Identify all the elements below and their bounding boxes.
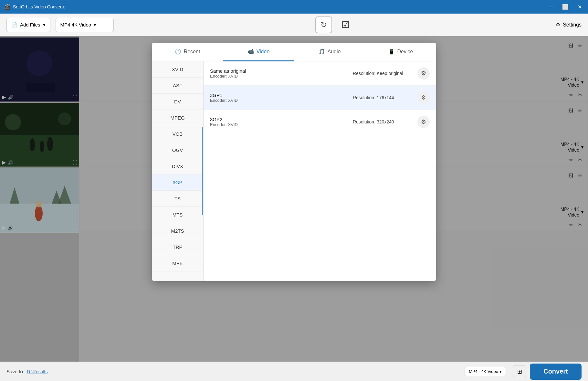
format-item-asf[interactable]: ASF: [152, 78, 203, 94]
bottom-bar: Save to D:\Results MP4 - 4K Video ▾ ⊞ Co…: [0, 362, 588, 381]
add-files-button[interactable]: 📄 Add Files ▾: [6, 18, 50, 32]
format-selector[interactable]: MP4 4K Video ▾: [56, 18, 114, 32]
video-icon: 📹: [247, 48, 254, 55]
title-bar-controls: ─ ⬜ ✕: [547, 2, 584, 11]
maximize-button[interactable]: ⬜: [561, 2, 570, 11]
modal-body: XVID ASF DV MPEG VOB OGV DIVX 3GP TS MTS…: [152, 61, 436, 281]
format-item-xvid[interactable]: XVID: [152, 61, 203, 78]
refresh-icon: ↻: [320, 20, 327, 29]
save-path[interactable]: D:\Results: [27, 369, 48, 374]
preset-encoder-1: Encoder: XVID: [210, 74, 353, 79]
preset-list: Same as original Encoder: XVID Resolutio…: [204, 61, 436, 281]
recent-icon: 🕐: [175, 48, 181, 55]
format-item-ogv[interactable]: OGV: [152, 142, 203, 158]
format-item-mpe[interactable]: MPE: [152, 255, 203, 271]
preset-resolution-3: Resolution: 320x240: [353, 119, 417, 124]
check-icon: ☑: [341, 19, 350, 30]
grid-view-button[interactable]: ⊞: [513, 365, 526, 378]
refresh-button[interactable]: ↻: [315, 16, 332, 33]
preset-gear-button-2[interactable]: ⚙: [417, 91, 430, 104]
format-selection-modal: 🕐 Recent 📹 Video 🎵 Audio 📱 Device: [152, 43, 436, 281]
format-item-dv[interactable]: DV: [152, 94, 203, 110]
scroll-indicator: [202, 127, 203, 215]
close-button[interactable]: ✕: [575, 2, 584, 11]
minimize-button[interactable]: ─: [547, 2, 556, 11]
check-button[interactable]: ☑: [337, 16, 354, 33]
preset-gear-button-3[interactable]: ⚙: [417, 116, 430, 128]
add-files-dropdown-icon: ▾: [43, 22, 46, 28]
tab-recent-label: Recent: [184, 49, 200, 55]
title-bar: 🎬 SoftOrbits Video Converter ─ ⬜ ✕: [0, 0, 588, 14]
format-item-trp[interactable]: TRP: [152, 239, 203, 255]
add-files-label: Add Files: [20, 22, 40, 27]
format-item-divx[interactable]: DIVX: [152, 158, 203, 175]
tab-audio[interactable]: 🎵 Audio: [294, 43, 365, 61]
modal-overlay[interactable]: 🕐 Recent 📹 Video 🎵 Audio 📱 Device: [0, 36, 588, 362]
app-icon: 🎬: [4, 4, 10, 10]
settings-button[interactable]: ⚙ Settings: [556, 22, 582, 28]
bottom-format-selector[interactable]: MP4 - 4K Video ▾: [465, 367, 506, 376]
preset-3gp1[interactable]: 3GP1 Encoder: XVID Resolution: 176x144 ⚙: [204, 86, 436, 110]
title-bar-left: 🎬 SoftOrbits Video Converter: [4, 4, 67, 10]
format-item-mpeg[interactable]: MPEG: [152, 110, 203, 126]
format-list: XVID ASF DV MPEG VOB OGV DIVX 3GP TS MTS…: [152, 61, 204, 281]
convert-button[interactable]: Convert: [530, 364, 582, 380]
settings-label: Settings: [563, 22, 582, 28]
audio-icon: 🎵: [319, 48, 325, 55]
format-item-3gp[interactable]: 3GP: [152, 175, 203, 191]
preset-info-2: 3GP1 Encoder: XVID: [210, 92, 353, 103]
preset-3gp2[interactable]: 3GP2 Encoder: XVID Resolution: 320x240 ⚙: [204, 110, 436, 134]
tab-device[interactable]: 📱 Device: [365, 43, 436, 61]
format-selector-dropdown-icon: ▾: [94, 22, 96, 28]
tab-device-label: Device: [397, 49, 413, 55]
bottom-format-label: MP4 - 4K Video: [469, 369, 498, 374]
preset-encoder-3: Encoder: XVID: [210, 122, 353, 127]
preset-resolution-2: Resolution: 176x144: [353, 95, 417, 100]
preset-gear-button-1[interactable]: ⚙: [417, 67, 430, 79]
tab-video-label: Video: [257, 49, 270, 55]
add-files-icon: 📄: [11, 22, 17, 28]
preset-resolution-1: Resolution: Keep original: [353, 71, 417, 76]
preset-name-1: Same as original: [210, 68, 353, 74]
modal-tabs: 🕐 Recent 📹 Video 🎵 Audio 📱 Device: [152, 43, 436, 61]
preset-info-1: Same as original Encoder: XVID: [210, 68, 353, 79]
format-selector-label: MP4 4K Video: [60, 22, 91, 27]
save-to-label: Save to: [6, 369, 23, 374]
main-area: ▶ 🔊 ⛶ ▶ 🔊: [0, 36, 588, 362]
preset-name-2: 3GP1: [210, 92, 353, 98]
tab-video[interactable]: 📹 Video: [223, 43, 294, 61]
preset-name-3: 3GP2: [210, 117, 353, 122]
bottom-format-dropdown: ▾: [499, 369, 502, 374]
preset-info-3: 3GP2 Encoder: XVID: [210, 117, 353, 127]
grid-icon: ⊞: [517, 368, 522, 375]
app-title: SoftOrbits Video Converter: [13, 4, 67, 9]
format-item-ts[interactable]: TS: [152, 191, 203, 207]
toolbar: 📄 Add Files ▾ MP4 4K Video ▾ ↻ ☑ ⚙ Setti…: [0, 14, 588, 36]
format-item-mts[interactable]: MTS: [152, 207, 203, 223]
format-item-m2ts[interactable]: M2TS: [152, 223, 203, 239]
tab-audio-label: Audio: [328, 49, 341, 55]
tab-recent[interactable]: 🕐 Recent: [152, 43, 223, 61]
device-icon: 📱: [388, 48, 395, 55]
preset-same-as-original[interactable]: Same as original Encoder: XVID Resolutio…: [204, 61, 436, 86]
format-item-vob[interactable]: VOB: [152, 126, 203, 142]
preset-encoder-2: Encoder: XVID: [210, 98, 353, 103]
settings-icon: ⚙: [556, 22, 560, 28]
